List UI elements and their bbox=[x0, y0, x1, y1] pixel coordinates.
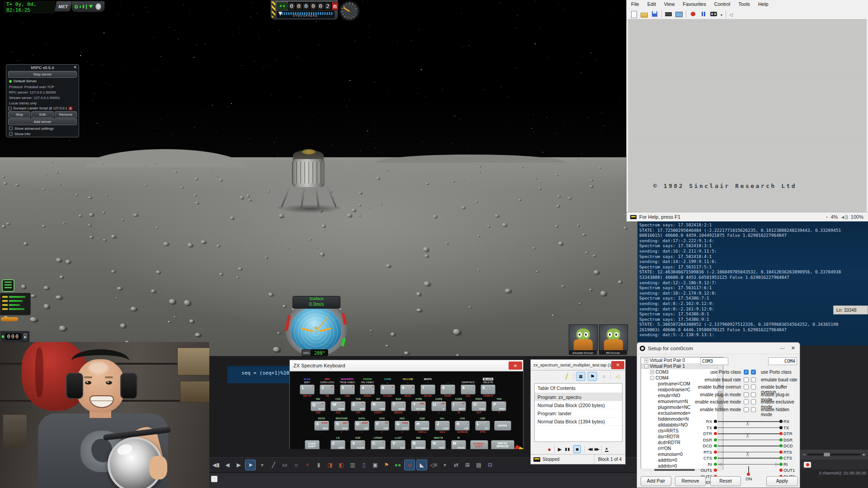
daw-tool-icon-15[interactable]: ⚑ bbox=[382, 460, 392, 470]
daw-tool-icon-13[interactable]: ▯ bbox=[359, 460, 369, 470]
tape-play-button[interactable]: ▶ bbox=[23, 333, 28, 341]
key-8[interactable]: 8( bbox=[440, 385, 455, 394]
eject-button[interactable]: ▲ bbox=[605, 447, 609, 452]
daw-tool-icon-3[interactable]: ➤ bbox=[245, 460, 256, 470]
record-button[interactable]: ● bbox=[547, 446, 551, 453]
option-checkbox-left[interactable] bbox=[744, 377, 749, 382]
key-M[interactable]: M.PAUSE bbox=[451, 440, 466, 449]
daw-tool-icon-5[interactable]: ╱ bbox=[269, 460, 278, 470]
daw-chip-icon[interactable] bbox=[211, 476, 217, 482]
key-B[interactable]: B*BORDER bbox=[411, 440, 426, 449]
kerbal-portrait[interactable]: Jebediah Kerman bbox=[569, 324, 597, 355]
key-F[interactable]: FTOFOR bbox=[374, 421, 389, 431]
option-checkbox-left[interactable] bbox=[744, 392, 749, 397]
stop-server-button[interactable]: Stop server bbox=[8, 71, 77, 78]
edit-pen-icon[interactable]: ╱ bbox=[562, 371, 572, 381]
tree-expand-icon[interactable]: + bbox=[650, 370, 654, 374]
key-S[interactable]: SNOTSAVE bbox=[334, 421, 349, 431]
toc-item[interactable]: Normal Data Block (2200 bytes) bbox=[535, 401, 622, 409]
right-port-field[interactable]: COM4 bbox=[768, 357, 797, 365]
checkbox[interactable] bbox=[9, 127, 13, 130]
remove-button[interactable]: Remove bbox=[55, 111, 77, 118]
keyboard-titlebar[interactable]: ZX Spectrum Keyboard ✕ bbox=[290, 360, 523, 371]
open-file-icon[interactable] bbox=[641, 10, 648, 18]
tree-expand-icon[interactable]: - bbox=[644, 364, 648, 368]
key-D[interactable]: DSTEPDIM bbox=[354, 421, 369, 431]
key-J[interactable]: J-LOAD bbox=[435, 421, 450, 431]
key-X[interactable]: X£CLEAR bbox=[350, 440, 365, 449]
minimize-button[interactable]: — bbox=[780, 345, 785, 351]
speaker-icon[interactable]: ◁ bbox=[729, 12, 733, 17]
pause-button[interactable]: ▮▮ bbox=[565, 447, 571, 451]
menu-file[interactable]: File bbox=[631, 1, 639, 7]
dropdown-icon[interactable]: ▾ bbox=[721, 13, 722, 17]
daw-tool-icon-20[interactable]: ▾ bbox=[440, 460, 450, 470]
daw-tool-icon-9[interactable]: ▮ bbox=[314, 460, 324, 470]
key-5[interactable]: 5% bbox=[380, 385, 395, 394]
com0com-titlebar[interactable]: Setup for com0com — ✕ bbox=[637, 343, 800, 354]
key-0[interactable]: 0_ bbox=[481, 385, 495, 394]
menu-help[interactable]: Help bbox=[758, 1, 769, 7]
tape-icon[interactable] bbox=[710, 10, 717, 18]
option-checkbox-left[interactable] bbox=[744, 385, 749, 389]
flag-icon[interactable]: ⚑ bbox=[588, 372, 597, 381]
left-port-field[interactable]: COM3 bbox=[700, 357, 728, 365]
key-2[interactable]: 2@ bbox=[320, 385, 335, 394]
key-T[interactable]: T>RAND bbox=[391, 401, 406, 411]
menu-favourites[interactable]: Favourites bbox=[683, 1, 706, 7]
key-N[interactable]: N,NEXT bbox=[431, 440, 446, 449]
daw-tool-icon-0[interactable]: ◀▮ bbox=[211, 460, 221, 470]
reset-button[interactable]: Reset bbox=[710, 476, 741, 486]
key-9[interactable]: 9) bbox=[461, 385, 476, 394]
record-button[interactable] bbox=[804, 462, 811, 468]
met-clock[interactable]: T+ 0y, 0d, 02:16:25 bbox=[4, 1, 55, 13]
key-6[interactable]: 6& bbox=[400, 385, 415, 394]
daw-tool-icon-19[interactable]: ◁≡ bbox=[429, 460, 439, 470]
option-checkbox-left[interactable] bbox=[744, 407, 749, 412]
speaker-icon[interactable]: ◁ bbox=[613, 372, 622, 380]
option-checkbox-right[interactable] bbox=[751, 385, 756, 389]
play-button[interactable]: ▶ bbox=[558, 446, 561, 452]
key-L[interactable]: L=LET bbox=[475, 421, 490, 431]
key-H[interactable]: H↑GOSUB bbox=[415, 421, 429, 431]
key-R[interactable]: R<RUN bbox=[371, 401, 386, 411]
apply-button[interactable]: Apply bbox=[766, 476, 798, 486]
option-checkbox-right[interactable] bbox=[751, 377, 756, 382]
krpc-option[interactable]: Show advanced settings bbox=[6, 126, 79, 131]
client-checkbox[interactable] bbox=[8, 107, 12, 110]
tree-expand-icon[interactable]: - bbox=[650, 376, 654, 380]
navball-sphere[interactable] bbox=[291, 307, 341, 353]
key-P[interactable]: P"PRINT bbox=[491, 401, 506, 411]
zoom-slider[interactable] bbox=[807, 454, 860, 455]
stop-button[interactable]: Stop bbox=[8, 111, 30, 118]
daw-tool-icon-14[interactable]: ▣ bbox=[370, 460, 380, 470]
key-V[interactable]: V/CLS bbox=[391, 440, 406, 449]
daw-tool-icon-1[interactable]: ◀ bbox=[222, 460, 232, 470]
remove-button[interactable]: Remove bbox=[675, 476, 706, 486]
edit-button[interactable]: Edit bbox=[31, 111, 53, 118]
checkbox[interactable] bbox=[9, 132, 13, 136]
close-button[interactable]: ✕ bbox=[509, 361, 522, 370]
met-label[interactable]: MET bbox=[54, 1, 72, 12]
menu-edit[interactable]: Edit bbox=[647, 1, 656, 7]
option-checkbox-left[interactable] bbox=[744, 399, 749, 404]
key-W[interactable]: W<>DRAW bbox=[330, 401, 345, 411]
key-enter[interactable]: ENTER bbox=[494, 421, 511, 431]
key-4[interactable]: 4$ bbox=[360, 385, 375, 394]
krpc-option[interactable]: Show info bbox=[6, 131, 79, 136]
add-pair-button[interactable]: Add Pair bbox=[641, 476, 671, 486]
key-caps-shift[interactable]: CAPSSHIFT bbox=[305, 440, 320, 449]
option-checkbox-right[interactable] bbox=[751, 407, 756, 412]
toc-item[interactable]: Normal Data Block (1394 bytes) bbox=[535, 418, 622, 426]
stop-button[interactable]: ■ bbox=[573, 445, 581, 453]
fast-forward-button[interactable]: ▶▶ bbox=[594, 447, 598, 451]
velocity-readout[interactable]: Surface 0.0m/s bbox=[292, 296, 340, 309]
record-icon[interactable] bbox=[689, 10, 697, 18]
option-checkbox-right[interactable] bbox=[751, 399, 756, 404]
key-U[interactable]: UORIF bbox=[431, 401, 446, 411]
menu-view[interactable]: View bbox=[664, 1, 675, 7]
close-icon[interactable]: ✕ bbox=[73, 65, 77, 70]
close-button[interactable]: ✕ bbox=[791, 345, 795, 351]
tap-titlebar[interactable]: zx_spectrum_serial_multiplier_test.tap (… bbox=[531, 360, 625, 371]
menu-control[interactable]: Control bbox=[714, 1, 730, 7]
